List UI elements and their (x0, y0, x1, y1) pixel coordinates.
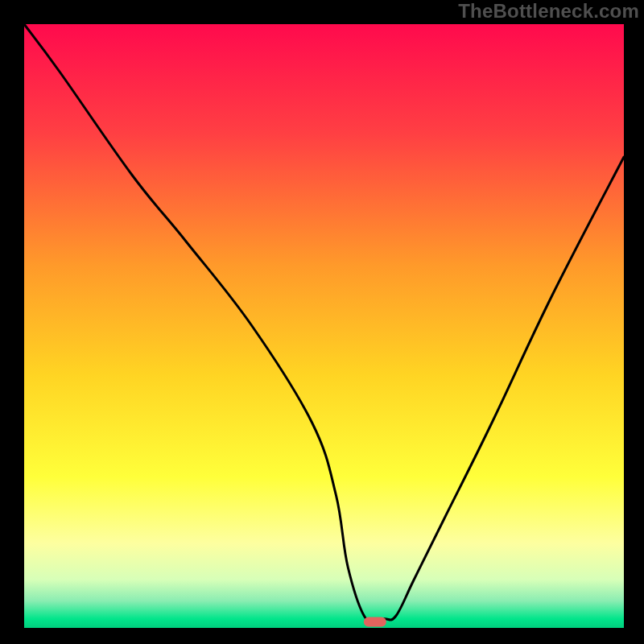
bottleneck-chart: TheBottleneck.com (0, 0, 644, 644)
chart-canvas (0, 0, 644, 644)
watermark-label: TheBottleneck.com (458, 0, 639, 23)
plot-background (24, 24, 624, 628)
optimal-marker (364, 617, 386, 627)
